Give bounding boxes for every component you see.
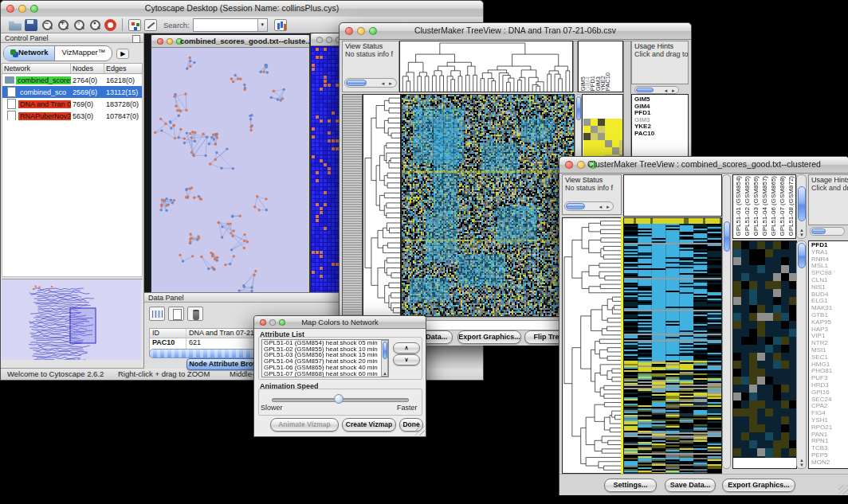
network-row[interactable]: combined_sco2569(6)13112(15) [2, 86, 142, 98]
tv2-genes-vscrollbar[interactable]: ▲▼ [796, 240, 807, 469]
row-dendrogram-canvas[interactable] [363, 95, 400, 316]
network-overview-thumbnail[interactable] [2, 279, 141, 360]
resize-grip[interactable] [838, 485, 848, 494]
scroll-arrows-icon[interactable]: ◄ ► [598, 205, 611, 209]
open-icon[interactable] [9, 19, 22, 31]
matrix-cell[interactable] [612, 133, 619, 140]
matrix-cell[interactable] [619, 140, 623, 147]
zoom-in-icon[interactable]: + [57, 19, 69, 31]
tv2-column-dendrogram-pane[interactable] [623, 174, 722, 217]
zoom-out-icon[interactable]: − [41, 19, 53, 31]
matrix-cell[interactable] [598, 147, 605, 154]
tv2-row-dendrogram-pane[interactable] [562, 217, 622, 474]
scroll-arrows-icon[interactable]: ◄ ► [663, 88, 677, 93]
gene-label[interactable]: PAC10 [632, 131, 688, 138]
scroll-arrows-icon[interactable]: ▲▼ [799, 458, 805, 467]
matrix-cell[interactable] [605, 147, 612, 154]
matrix-cell[interactable] [605, 126, 612, 133]
heatmap-canvas[interactable] [624, 218, 721, 473]
delete-icon[interactable] [187, 307, 203, 321]
tv2-button-settings-[interactable]: Settings... [604, 479, 657, 492]
minimize-button[interactable] [167, 38, 173, 45]
tv1-status-scrollbar[interactable]: ◄ ► [344, 78, 397, 88]
matrix-cell[interactable] [583, 140, 591, 147]
tv1-hints-scrollbar[interactable]: ◄ ► [634, 86, 679, 94]
network-overview-panel[interactable] [2, 279, 143, 361]
search-combobox[interactable]: ▼ [193, 18, 268, 32]
zoom-fit-icon[interactable]: ▫ [73, 19, 85, 31]
tv2-labels-vscrollbar[interactable]: ▲▼ [796, 174, 807, 239]
tv1-button-export-graphics-[interactable]: Export Graphics... [457, 330, 521, 344]
create-vizmap-button[interactable]: Create Vizmap [342, 418, 396, 432]
scroll-arrows-icon[interactable]: ▲▼ [383, 371, 389, 376]
matrix-cell[interactable] [612, 140, 619, 147]
tv1-row-dendrogram-pane[interactable] [363, 94, 401, 317]
minimize-button[interactable] [326, 37, 332, 43]
tv2-hints-scrollbar[interactable] [810, 227, 845, 236]
matrix-cell[interactable] [591, 140, 598, 147]
close-button[interactable] [316, 37, 323, 43]
new-document-icon[interactable] [168, 307, 184, 321]
col-edges[interactable]: Edges [104, 64, 142, 73]
matrix-cell[interactable] [591, 119, 598, 126]
network-row[interactable]: combined_scores2764(0)16218(0) [2, 74, 142, 86]
vizmap-icon[interactable] [128, 19, 141, 31]
matrix-cell[interactable] [605, 140, 612, 147]
scroll-arrows-icon[interactable]: ▲▼ [799, 228, 805, 237]
tv2-status-scrollbar[interactable]: ◄ ► [564, 201, 614, 211]
speed-slider-thumb[interactable] [334, 394, 344, 404]
network-row[interactable]: DNA and Tran 07769(0)183728(0) [2, 98, 142, 110]
resize-grip[interactable] [415, 426, 425, 436]
matrix-cell[interactable] [612, 126, 619, 133]
tab-vizmapper[interactable]: VizMapper™ [55, 46, 112, 61]
matrix-cell[interactable] [598, 119, 605, 126]
matrix-cell[interactable] [598, 140, 605, 147]
annotation-icon[interactable] [144, 19, 157, 31]
table-icon[interactable] [149, 307, 165, 321]
close-button[interactable] [157, 38, 163, 45]
matrix-cell[interactable] [583, 126, 591, 133]
col-id[interactable]: ID [150, 329, 186, 338]
matrix-cell[interactable] [583, 147, 591, 154]
matrix-cell[interactable] [619, 147, 623, 154]
tab-network[interactable]: Network [4, 46, 55, 61]
row-dendrogram-canvas[interactable] [563, 218, 622, 473]
main-title-bar[interactable]: Cytoscape Desktop (Session Name: collins… [1, 1, 483, 18]
matrix-cell[interactable] [591, 147, 598, 154]
tv2-heatmap-pane[interactable] [623, 217, 722, 474]
col-nodes[interactable]: Nodes [70, 64, 104, 73]
matrix-cell[interactable] [598, 133, 605, 140]
matrix-cell[interactable] [612, 119, 619, 126]
float-panel-icon[interactable] [132, 35, 140, 43]
matrix-cell[interactable] [583, 119, 591, 126]
heatmap-canvas[interactable] [402, 95, 574, 316]
matrix-cell[interactable] [583, 133, 591, 140]
network-view-window-1[interactable]: combined_scores_good.txt--cluste... [151, 34, 310, 297]
tv2-zoom-pane[interactable] [732, 240, 797, 469]
help-icon[interactable] [104, 19, 116, 31]
tv2-button-save-data-[interactable]: Save Data... [665, 479, 716, 492]
column-dendrogram-canvas[interactable] [400, 41, 572, 92]
gene-label[interactable]: MON2 [809, 459, 848, 467]
tv2-button-export-graphics-[interactable]: Export Graphics... [722, 479, 795, 492]
matrix-cell[interactable] [591, 133, 598, 140]
tv1-heatmap-pane[interactable] [401, 94, 575, 317]
matrix-cell[interactable] [619, 126, 623, 133]
correlation-matrix[interactable] [583, 119, 623, 162]
matrix-cell[interactable] [605, 119, 612, 126]
attribute-item[interactable]: GPL51-07 (GSM868) heat shock 60 min [262, 371, 388, 377]
tv1-column-dendrogram-pane[interactable] [399, 41, 573, 92]
move-up-button[interactable]: ∧ [393, 342, 420, 354]
matrix-cell[interactable] [598, 126, 605, 133]
matrix-cell[interactable] [619, 119, 623, 126]
matrix-cell[interactable] [605, 133, 612, 140]
tab-overflow-arrow[interactable]: ▶ [116, 49, 129, 59]
network-canvas[interactable] [151, 48, 308, 295]
report-icon[interactable] [274, 19, 287, 31]
scroll-arrows-icon[interactable]: ◄ ► [380, 81, 394, 86]
zoom-region-icon[interactable]: ▪ [88, 19, 101, 31]
chevron-down-icon[interactable]: ▼ [257, 19, 267, 31]
search-input[interactable] [194, 20, 257, 29]
move-down-button[interactable]: ∨ [393, 354, 420, 365]
matrix-cell[interactable] [591, 126, 598, 133]
